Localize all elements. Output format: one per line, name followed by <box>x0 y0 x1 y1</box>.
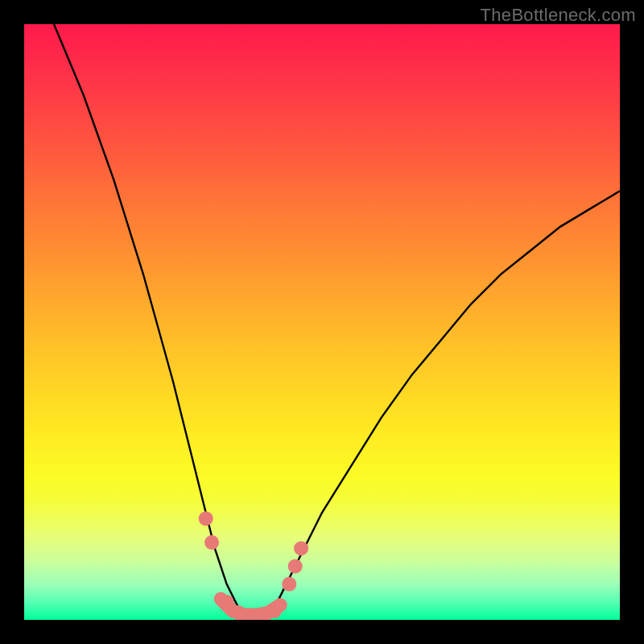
marker-dot <box>282 577 296 592</box>
marker-dot <box>231 605 246 620</box>
highlight-markers <box>199 511 308 620</box>
marker-dot <box>204 535 219 550</box>
marker-dot <box>220 595 234 609</box>
chart-frame: TheBottleneck.com <box>0 0 644 644</box>
bottleneck-curve-path <box>54 24 620 620</box>
chart-svg <box>24 24 620 620</box>
watermark-text: TheBottleneck.com <box>481 5 636 26</box>
marker-dot <box>288 559 303 573</box>
marker-dot <box>199 511 213 526</box>
marker-dot <box>267 604 282 618</box>
bottleneck-curve <box>54 24 620 620</box>
marker-dot <box>294 541 308 555</box>
plot-background-gradient <box>24 24 620 620</box>
